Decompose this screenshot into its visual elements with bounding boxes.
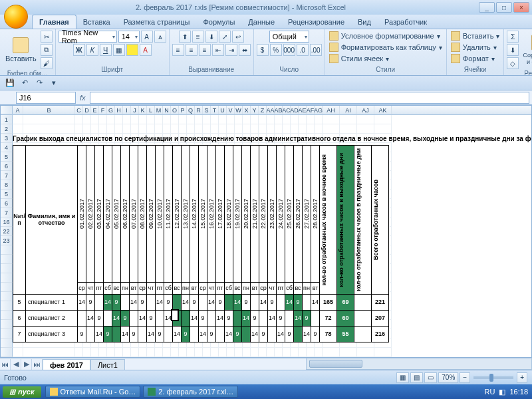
minimize-button[interactable]: _ bbox=[479, 2, 495, 13]
col-header[interactable]: Q bbox=[187, 106, 195, 114]
column-headers[interactable]: ABCDEFGHIJKLMNOPQRSTUVWXYZAAABACADAEAFAG… bbox=[1, 106, 531, 115]
col-header[interactable]: AG bbox=[315, 106, 323, 114]
row-header[interactable]: 4 bbox=[1, 143, 13, 152]
col-header[interactable]: AJ bbox=[357, 106, 374, 114]
cell-styles-button[interactable]: Стили ячеек ▾ bbox=[328, 53, 390, 64]
col-header[interactable]: G bbox=[107, 106, 115, 114]
tab-review[interactable]: Рецензирование bbox=[281, 15, 351, 29]
zoom-level[interactable]: 70% bbox=[438, 372, 458, 383]
format-as-table-button[interactable]: Форматировать как таблицу ▾ bbox=[328, 42, 444, 53]
align-middle-button[interactable]: ≡ bbox=[192, 31, 204, 43]
col-header[interactable]: V bbox=[227, 106, 235, 114]
row-header[interactable]: 8 bbox=[1, 180, 13, 190]
wrap-text-button[interactable]: ↩ bbox=[232, 31, 244, 43]
row-header[interactable]: 5 bbox=[1, 152, 13, 162]
align-right-button[interactable]: ≡ bbox=[199, 44, 211, 56]
tab-developer[interactable]: Разработчик bbox=[378, 15, 434, 29]
tab-home[interactable]: Главная bbox=[32, 15, 76, 29]
col-header[interactable]: R bbox=[195, 106, 203, 114]
fill-button[interactable]: ⬇ bbox=[507, 44, 519, 56]
col-header[interactable]: P bbox=[179, 106, 187, 114]
undo-button[interactable]: ↶ bbox=[19, 77, 31, 89]
underline-button[interactable]: Ч bbox=[100, 44, 112, 56]
row-header[interactable] bbox=[1, 311, 13, 320]
select-all-corner[interactable] bbox=[1, 106, 13, 114]
col-header[interactable]: AD bbox=[291, 106, 299, 114]
row-header[interactable]: 1 bbox=[1, 115, 13, 124]
tab-nav-prev[interactable]: ◀ bbox=[11, 359, 21, 370]
conditional-formatting-button[interactable]: Условное форматирование ▾ bbox=[328, 31, 442, 41]
tab-insert[interactable]: Вставка bbox=[76, 15, 117, 29]
paste-button[interactable]: Вставить bbox=[3, 36, 39, 64]
office-button[interactable] bbox=[4, 5, 28, 29]
col-header[interactable]: I bbox=[123, 106, 131, 114]
shrink-font-button[interactable]: ᴀ bbox=[154, 31, 166, 43]
fx-icon[interactable]: fx bbox=[80, 94, 86, 102]
formula-bar[interactable] bbox=[90, 92, 529, 104]
format-painter-button[interactable]: 🖌 bbox=[41, 57, 53, 69]
font-name-combo[interactable]: Times New Rom bbox=[59, 31, 117, 43]
row-header[interactable]: 5 bbox=[1, 190, 13, 199]
delete-cells-button[interactable]: Удалить ▾ bbox=[450, 42, 498, 53]
row-header[interactable] bbox=[1, 348, 13, 357]
decrease-indent-button[interactable]: ⇤ bbox=[212, 44, 224, 56]
col-header[interactable]: L bbox=[147, 106, 155, 114]
col-header[interactable]: D bbox=[83, 106, 91, 114]
row-header[interactable] bbox=[1, 273, 13, 283]
col-header[interactable]: X bbox=[243, 106, 251, 114]
col-header[interactable]: AK bbox=[374, 106, 392, 114]
row-header[interactable]: 3 bbox=[1, 134, 13, 143]
align-center-button[interactable]: ≡ bbox=[186, 44, 198, 56]
format-cells-button[interactable]: Формат ▾ bbox=[450, 53, 496, 64]
row-header[interactable] bbox=[1, 283, 13, 292]
number-format-combo[interactable]: Общий bbox=[269, 31, 309, 43]
save-button[interactable]: 💾 bbox=[4, 77, 16, 89]
col-header[interactable]: N bbox=[163, 106, 171, 114]
fill-color-button[interactable] bbox=[126, 44, 138, 56]
language-indicator[interactable]: RU bbox=[485, 388, 495, 396]
col-header[interactable]: U bbox=[219, 106, 227, 114]
percent-button[interactable]: % bbox=[270, 44, 282, 56]
row-header[interactable] bbox=[1, 264, 13, 273]
sort-filter-button[interactable]: Сортировка и фильтр bbox=[520, 33, 532, 66]
row-header[interactable]: 16 bbox=[1, 217, 13, 227]
row-header[interactable] bbox=[1, 301, 13, 311]
row-header[interactable]: 2 bbox=[1, 124, 13, 134]
italic-button[interactable]: К bbox=[86, 44, 98, 56]
start-button[interactable]: ⊞пуск bbox=[3, 386, 41, 398]
copy-button[interactable]: ⧉ bbox=[41, 44, 53, 56]
col-header[interactable]: AH bbox=[323, 106, 340, 114]
redo-button[interactable]: ↷ bbox=[33, 77, 45, 89]
name-box[interactable]: J16 bbox=[16, 92, 76, 104]
increase-indent-button[interactable]: ⇥ bbox=[225, 44, 237, 56]
col-header[interactable]: B bbox=[23, 106, 75, 114]
align-top-button[interactable]: ⬆ bbox=[179, 31, 191, 43]
close-button[interactable]: × bbox=[513, 2, 529, 13]
col-header[interactable]: S bbox=[203, 106, 211, 114]
row-header[interactable]: 23 bbox=[1, 236, 13, 245]
increase-decimal-button[interactable]: .0 bbox=[297, 44, 309, 56]
orientation-button[interactable]: ⤢ bbox=[219, 31, 231, 43]
grow-font-button[interactable]: A bbox=[141, 31, 153, 43]
col-header[interactable]: AB bbox=[275, 106, 283, 114]
bold-button[interactable]: Ж bbox=[73, 44, 85, 56]
col-header[interactable]: K bbox=[139, 106, 147, 114]
border-button[interactable]: ▦ bbox=[113, 44, 125, 56]
col-header[interactable]: AI bbox=[340, 106, 357, 114]
zoom-slider[interactable] bbox=[473, 376, 513, 379]
decrease-decimal-button[interactable]: .00 bbox=[310, 44, 322, 56]
tab-data[interactable]: Данные bbox=[241, 15, 281, 29]
col-header[interactable]: O bbox=[171, 106, 179, 114]
col-header[interactable]: H bbox=[115, 106, 123, 114]
col-header[interactable]: AE bbox=[299, 106, 307, 114]
tab-formulas[interactable]: Формулы bbox=[196, 15, 241, 29]
maximize-button[interactable]: □ bbox=[496, 2, 512, 13]
taskbar-item-excel[interactable]: 2. февраль 2017 г.xl… bbox=[143, 386, 238, 398]
row-header[interactable]: 6 bbox=[1, 162, 13, 171]
insert-cells-button[interactable]: Вставить ▾ bbox=[450, 31, 501, 41]
tab-view[interactable]: Вид bbox=[351, 15, 378, 29]
view-normal-button[interactable]: ▦ bbox=[396, 372, 409, 383]
col-header[interactable]: J bbox=[131, 106, 139, 114]
font-color-button[interactable]: A bbox=[140, 44, 152, 56]
col-header[interactable]: AA bbox=[267, 106, 275, 114]
